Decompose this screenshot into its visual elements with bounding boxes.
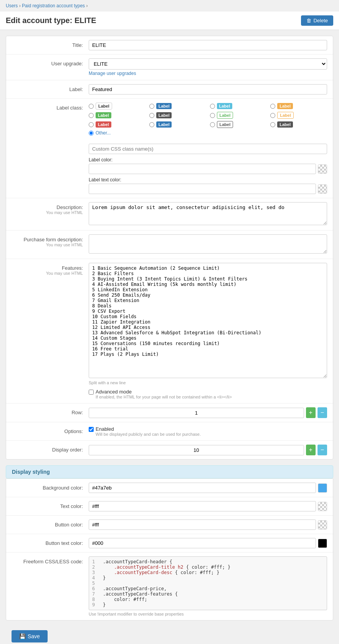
label-radio-outline-warning[interactable] [270, 113, 275, 118]
label-radio-dark1[interactable] [149, 113, 154, 118]
page-header: Edit account type: ELITE 🗑 Delete [0, 12, 339, 30]
label-option-success[interactable]: Label [89, 112, 146, 119]
button-color-label: Button color: [12, 520, 89, 528]
save-button[interactable]: 💾 Save [12, 630, 48, 642]
label-radio-success[interactable] [89, 113, 94, 118]
user-upgrade-row: User upgrade: ELITE Manage user upgrades [6, 55, 333, 80]
label-option-warning[interactable]: Label [270, 103, 327, 110]
breadcrumb: Users › Paid registration account types … [0, 0, 339, 12]
css-code-block: 1.accountTypeCard-header { 2 .accountTyp… [92, 559, 324, 607]
split-hint: Split with a new line [89, 380, 327, 385]
bottom-bar: 💾 Save [6, 621, 333, 644]
options-row: Options: Enabled Will be displayed publi… [6, 422, 333, 441]
label-text-color-input[interactable] [89, 184, 316, 194]
display-order-label: Display order: [12, 445, 89, 453]
label-option-other[interactable]: Other... [89, 130, 327, 136]
label-radio-other[interactable] [89, 131, 94, 136]
row-label: Row: [12, 407, 89, 415]
label-option-dark2[interactable]: Label [270, 121, 327, 128]
enabled-hint: Will be displayed publicly and can be us… [96, 432, 201, 437]
button-text-color-row: Button text color: [6, 534, 333, 553]
label-radio-info[interactable] [210, 104, 215, 109]
purchase-form-row: Purchase form description: You may use H… [6, 231, 333, 259]
display-order-plus-button[interactable]: + [306, 445, 316, 455]
row-input[interactable] [89, 408, 304, 418]
label-radio-outline-success[interactable] [210, 113, 215, 118]
display-styling-section: Background color: Text color: Button col… [6, 478, 333, 621]
css-code-row: Freeform CSS/LESS code: 1.accountTypeCar… [6, 553, 333, 620]
text-color-row: Text color: [6, 497, 333, 516]
label-field-label: Label: [12, 84, 89, 92]
label-option-info[interactable]: Label [210, 103, 267, 110]
button-text-color-label: Button text color: [12, 538, 89, 546]
label-option-dark1[interactable]: Label [149, 112, 206, 119]
label-text-color-swatch[interactable] [318, 184, 327, 194]
button-color-row: Button color: [6, 516, 333, 534]
button-text-color-input[interactable] [89, 538, 316, 548]
bg-color-swatch[interactable] [318, 483, 327, 493]
purchase-form-label: Purchase form description: You may use H… [12, 234, 89, 247]
description-textarea[interactable]: Lorem ipsum dolor sit amet, consectetur … [89, 202, 327, 225]
label-row: Label: [6, 80, 333, 99]
delete-button[interactable]: 🗑 Delete [301, 15, 333, 26]
text-color-swatch[interactable] [318, 502, 327, 511]
display-styling-header: Display styling [6, 465, 333, 478]
label-option-outline-success[interactable]: Label [210, 112, 267, 119]
main-form: Title: User upgrade: ELITE Manage user u… [6, 36, 333, 460]
user-upgrade-label: User upgrade: [12, 58, 89, 66]
label-radio-primary2[interactable] [149, 122, 154, 127]
advanced-mode-wrap: Advanced mode If enabled, the HTML for y… [89, 389, 327, 399]
enabled-checkbox[interactable] [89, 427, 94, 432]
label-radio-outline-primary[interactable] [210, 122, 215, 127]
label-class-row: Label class: Label Label Label [6, 99, 333, 198]
other-label: Other... [96, 130, 111, 136]
title-row: Title: [6, 36, 333, 55]
text-color-input[interactable] [89, 501, 316, 511]
label-radio-danger[interactable] [89, 122, 94, 127]
features-textarea[interactable]: 1 Basic Sequence Automation (2 Sequence … [89, 263, 327, 378]
manage-upgrades-link[interactable]: Manage user upgrades [89, 71, 327, 76]
label-text-color-label: Label text color: [89, 177, 327, 183]
features-label: Features: You may use HTML [12, 263, 89, 276]
description-row: Description: You may use HTML Lorem ipsu… [6, 198, 333, 231]
row-minus-button[interactable]: − [318, 407, 327, 418]
breadcrumb-users[interactable]: Users [6, 3, 18, 8]
label-color-label: Label color: [89, 157, 327, 163]
label-class-label: Label class: [12, 103, 89, 111]
label-option-danger[interactable]: Label [89, 121, 146, 128]
button-color-swatch[interactable] [318, 520, 327, 529]
purchase-form-textarea[interactable] [89, 234, 327, 254]
bg-color-label: Background color: [12, 483, 89, 491]
label-radio-default[interactable] [89, 104, 94, 109]
bg-color-row: Background color: [6, 479, 333, 497]
label-option-default[interactable]: Label [89, 103, 146, 110]
label-color-input[interactable] [89, 164, 316, 174]
label-option-outline-warning[interactable]: Label [270, 112, 327, 119]
display-order-input[interactable] [89, 445, 304, 455]
description-label: Description: You may use HTML [12, 202, 89, 215]
title-input[interactable] [89, 40, 327, 50]
options-label: Options: [12, 426, 89, 434]
label-option-primary2[interactable]: Label [149, 121, 206, 128]
label-radio-dark2[interactable] [270, 122, 275, 127]
advanced-mode-label: Advanced mode [96, 389, 132, 395]
breadcrumb-paid-reg[interactable]: Paid registration account types [22, 3, 85, 8]
display-order-minus-button[interactable]: − [318, 445, 327, 455]
text-color-label: Text color: [12, 501, 89, 509]
button-color-input[interactable] [89, 520, 316, 530]
row-plus-button[interactable]: + [306, 407, 316, 418]
advanced-mode-checkbox[interactable] [89, 390, 94, 395]
label-input[interactable] [89, 84, 327, 95]
page-title: Edit account type: ELITE [6, 16, 96, 25]
css-code-label: Freeform CSS/LESS code: [12, 556, 89, 564]
bg-color-input[interactable] [89, 483, 316, 493]
label-radio-warning[interactable] [270, 104, 275, 109]
user-upgrade-select[interactable]: ELITE [89, 58, 327, 70]
label-option-outline-primary[interactable]: Label [210, 121, 267, 128]
button-text-color-swatch[interactable] [318, 539, 327, 548]
label-color-swatch[interactable] [318, 164, 327, 174]
custom-css-input[interactable] [89, 144, 327, 154]
label-radio-primary[interactable] [149, 104, 154, 109]
display-order-row: Display order: + − [6, 441, 333, 459]
label-option-primary[interactable]: Label [149, 103, 206, 110]
